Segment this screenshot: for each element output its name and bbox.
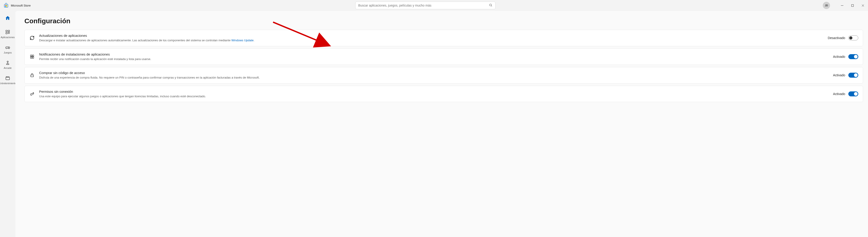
svg-point-27: [31, 94, 32, 95]
svg-rect-23: [32, 55, 34, 56]
setting-description: Descargar e instalar actualizaciones de …: [39, 38, 824, 42]
sidebar-item-home[interactable]: [0, 13, 15, 24]
svg-point-5: [489, 4, 491, 6]
setting-description: Disfruta de una experiencia de compra fl…: [39, 76, 829, 80]
arcade-icon: [5, 60, 10, 66]
svg-rect-21: [6, 77, 10, 80]
search-icon: [489, 3, 493, 8]
titlebar: Microsoft Store JD: [0, 0, 868, 11]
sidebar-item-games[interactable]: Juegos: [0, 43, 15, 56]
setting-app-updates: Actualizaciones de aplicaciones Descarga…: [24, 30, 863, 46]
movie-icon: [5, 76, 10, 81]
setting-offline-permissions: Permisos sin conexión Usa este equipo pa…: [24, 86, 863, 102]
page-title: Configuración: [24, 17, 863, 25]
svg-point-18: [7, 61, 8, 63]
svg-rect-2: [6, 5, 7, 6]
home-icon: [5, 15, 10, 22]
svg-rect-25: [32, 57, 34, 58]
close-button[interactable]: [858, 0, 868, 11]
toggle-switch[interactable]: [848, 54, 858, 59]
gamepad-icon: [5, 45, 10, 50]
svg-rect-11: [6, 30, 7, 32]
setting-description: Usa este equipo para ejecutar algunos ju…: [39, 94, 829, 98]
svg-rect-1: [5, 5, 6, 6]
toggle-switch[interactable]: [848, 73, 858, 78]
minimize-button[interactable]: [837, 0, 847, 11]
toggle-state-label: Desactivado: [828, 36, 845, 40]
maximize-button[interactable]: [847, 0, 858, 11]
sidebar-item-label: Entretenimiento: [0, 82, 17, 84]
setting-install-notifications: Notificaciones de instalaciones de aplic…: [24, 48, 863, 65]
setting-desc-tail: .: [254, 39, 254, 42]
lock-icon: [29, 73, 35, 78]
svg-rect-8: [851, 4, 854, 6]
setting-title: Actualizaciones de aplicaciones: [39, 34, 824, 37]
grid-icon: [29, 54, 35, 59]
sidebar-item-arcade[interactable]: Arcade: [0, 58, 15, 71]
setting-purchase-without-password: Comprar sin código de acceso Disfruta de…: [24, 67, 863, 83]
setting-desc-text: Descargar e instalar actualizaciones de …: [39, 39, 231, 42]
toggle-state-label: Activado: [833, 73, 845, 77]
sidebar-item-label: Juegos: [4, 52, 11, 54]
svg-rect-0: [4, 4, 8, 7]
svg-rect-20: [6, 64, 9, 65]
sidebar-item-label: Arcade: [4, 67, 12, 69]
settings-list: Actualizaciones de aplicaciones Descarga…: [24, 30, 863, 102]
apps-icon: [5, 30, 10, 35]
user-initials: JD: [825, 4, 828, 7]
svg-rect-24: [31, 57, 32, 58]
svg-rect-26: [31, 75, 34, 77]
setting-title: Permisos sin conexión: [39, 90, 829, 94]
sidebar: Aplicaciones Juegos: [0, 11, 16, 237]
toggle-switch[interactable]: [848, 92, 858, 96]
search-input[interactable]: [358, 4, 489, 7]
svg-line-6: [491, 6, 492, 6]
refresh-icon: [29, 35, 35, 41]
sidebar-item-apps[interactable]: Aplicaciones: [0, 27, 15, 40]
svg-rect-12: [8, 30, 9, 32]
svg-rect-22: [31, 55, 32, 56]
search-box[interactable]: [355, 2, 495, 9]
svg-point-17: [8, 47, 9, 48]
user-avatar[interactable]: JD: [823, 2, 830, 9]
windows-update-link[interactable]: Windows Update: [231, 39, 254, 42]
content-area: Configuración Actualizaciones de aplicac…: [16, 11, 868, 237]
setting-description: Permite recibir una notificación cuando …: [39, 57, 829, 61]
setting-title: Notificaciones de instalaciones de aplic…: [39, 53, 829, 56]
toggle-switch[interactable]: [848, 35, 858, 40]
app-title: Microsoft Store: [11, 4, 31, 7]
toggle-state-label: Activado: [833, 55, 845, 59]
key-icon: [29, 92, 35, 96]
store-logo-icon: [4, 3, 8, 8]
sidebar-item-label: Aplicaciones: [1, 36, 15, 39]
sidebar-item-entertainment[interactable]: Entretenimiento: [0, 73, 15, 87]
setting-title: Comprar sin código de acceso: [39, 71, 829, 75]
svg-rect-13: [6, 33, 7, 34]
svg-rect-4: [6, 6, 7, 7]
toggle-state-label: Activado: [833, 92, 845, 96]
window-controls: [837, 0, 868, 11]
svg-rect-3: [5, 6, 6, 7]
